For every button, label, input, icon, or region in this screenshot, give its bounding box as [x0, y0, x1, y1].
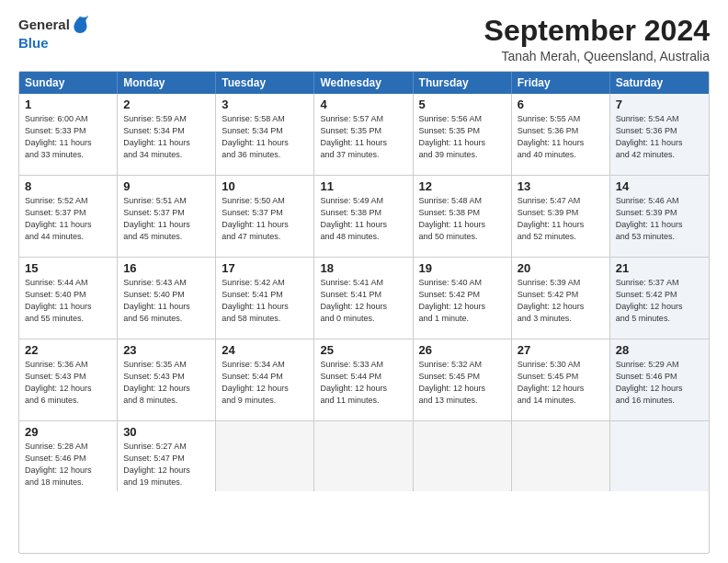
- cal-cell-28: 28Sunrise: 5:29 AMSunset: 5:46 PMDayligh…: [610, 339, 709, 420]
- cal-cell-15: 15Sunrise: 5:44 AMSunset: 5:40 PMDayligh…: [19, 258, 118, 339]
- calendar-page: General Blue September 2024 Tanah Merah,…: [0, 0, 728, 563]
- logo-blue: Blue: [18, 35, 49, 51]
- calendar-week-5: 29Sunrise: 5:28 AMSunset: 5:46 PMDayligh…: [19, 420, 709, 491]
- day-num: 4: [320, 98, 406, 111]
- logo: General Blue: [18, 15, 88, 52]
- cal-cell-14: 14Sunrise: 5:46 AMSunset: 5:39 PMDayligh…: [610, 176, 709, 257]
- day-num: 14: [616, 179, 703, 193]
- cal-cell-20: 20Sunrise: 5:39 AMSunset: 5:42 PMDayligh…: [512, 258, 610, 339]
- cal-cell-empty: [314, 421, 413, 491]
- cal-cell-27: 27Sunrise: 5:30 AMSunset: 5:45 PMDayligh…: [512, 339, 610, 420]
- day-num: 9: [123, 179, 210, 193]
- day-num: 3: [222, 98, 308, 111]
- cal-cell-7: 7Sunrise: 5:54 AMSunset: 5:36 PMDaylight…: [610, 94, 709, 175]
- cal-cell-18: 18Sunrise: 5:41 AMSunset: 5:41 PMDayligh…: [314, 258, 413, 339]
- day-num: 15: [25, 261, 111, 275]
- cal-cell-29: 29Sunrise: 5:28 AMSunset: 5:46 PMDayligh…: [19, 421, 118, 491]
- day-num: 30: [123, 425, 210, 439]
- header-friday: Friday: [512, 72, 610, 94]
- cal-cell-26: 26Sunrise: 5:32 AMSunset: 5:45 PMDayligh…: [414, 339, 512, 420]
- day-num: 7: [616, 98, 703, 111]
- cal-cell-13: 13Sunrise: 5:47 AMSunset: 5:39 PMDayligh…: [512, 176, 610, 257]
- day-num: 13: [518, 179, 604, 193]
- day-num: 8: [25, 179, 111, 193]
- calendar: Sunday Monday Tuesday Wednesday Thursday…: [18, 71, 710, 554]
- cal-cell-22: 22Sunrise: 5:36 AMSunset: 5:43 PMDayligh…: [19, 339, 118, 420]
- header-tuesday: Tuesday: [216, 72, 314, 94]
- day-num: 1: [25, 98, 111, 111]
- cal-cell-9: 9Sunrise: 5:51 AMSunset: 5:37 PMDaylight…: [118, 176, 216, 257]
- cal-cell-8: 8Sunrise: 5:52 AMSunset: 5:37 PMDaylight…: [19, 176, 118, 257]
- day-num: 5: [419, 98, 506, 111]
- day-num: 20: [518, 261, 604, 275]
- cal-cell-empty: [216, 421, 314, 491]
- cal-cell-5: 5Sunrise: 5:56 AMSunset: 5:35 PMDaylight…: [414, 94, 512, 175]
- calendar-header: Sunday Monday Tuesday Wednesday Thursday…: [19, 72, 709, 94]
- location-subtitle: Tanah Merah, Queensland, Australia: [484, 49, 710, 63]
- cal-cell-30: 30Sunrise: 5:27 AMSunset: 5:47 PMDayligh…: [118, 421, 216, 491]
- cal-cell-12: 12Sunrise: 5:48 AMSunset: 5:38 PMDayligh…: [414, 176, 512, 257]
- cal-cell-23: 23Sunrise: 5:35 AMSunset: 5:43 PMDayligh…: [118, 339, 216, 420]
- calendar-week-3: 15Sunrise: 5:44 AMSunset: 5:40 PMDayligh…: [19, 257, 709, 339]
- header: General Blue September 2024 Tanah Merah,…: [18, 15, 710, 63]
- cal-cell-3: 3Sunrise: 5:58 AMSunset: 5:34 PMDaylight…: [216, 94, 314, 175]
- cal-cell-21: 21Sunrise: 5:37 AMSunset: 5:42 PMDayligh…: [610, 258, 709, 339]
- cal-cell-1: 1Sunrise: 6:00 AMSunset: 5:33 PMDaylight…: [19, 94, 118, 175]
- header-monday: Monday: [118, 72, 216, 94]
- month-title: September 2024: [484, 15, 710, 47]
- logo-general: General: [18, 17, 70, 33]
- cal-cell-17: 17Sunrise: 5:42 AMSunset: 5:41 PMDayligh…: [216, 258, 314, 339]
- cal-cell-25: 25Sunrise: 5:33 AMSunset: 5:44 PMDayligh…: [314, 339, 413, 420]
- header-thursday: Thursday: [414, 72, 512, 94]
- cal-cell-6: 6Sunrise: 5:55 AMSunset: 5:36 PMDaylight…: [512, 94, 610, 175]
- day-num: 27: [518, 343, 604, 357]
- day-num: 24: [222, 343, 308, 357]
- day-num: 12: [419, 179, 506, 193]
- day-num: 10: [222, 179, 308, 193]
- day-num: 6: [518, 98, 604, 111]
- calendar-week-2: 8Sunrise: 5:52 AMSunset: 5:37 PMDaylight…: [19, 175, 709, 257]
- cal-cell-16: 16Sunrise: 5:43 AMSunset: 5:40 PMDayligh…: [118, 258, 216, 339]
- day-num: 19: [419, 261, 506, 275]
- cal-cell-11: 11Sunrise: 5:49 AMSunset: 5:38 PMDayligh…: [314, 176, 413, 257]
- logo-bird-icon: [72, 15, 88, 35]
- header-wednesday: Wednesday: [314, 72, 413, 94]
- cal-cell-empty: [610, 421, 709, 491]
- cal-cell-4: 4Sunrise: 5:57 AMSunset: 5:35 PMDaylight…: [314, 94, 413, 175]
- calendar-week-4: 22Sunrise: 5:36 AMSunset: 5:43 PMDayligh…: [19, 339, 709, 420]
- day-num: 18: [320, 261, 406, 275]
- cal-cell-19: 19Sunrise: 5:40 AMSunset: 5:42 PMDayligh…: [414, 258, 512, 339]
- day-num: 21: [616, 261, 703, 275]
- title-block: September 2024 Tanah Merah, Queensland, …: [484, 15, 710, 63]
- day-num: 29: [25, 425, 111, 439]
- cal-cell-empty: [414, 421, 512, 491]
- day-num: 16: [123, 261, 210, 275]
- header-sunday: Sunday: [19, 72, 118, 94]
- day-num: 17: [222, 261, 308, 275]
- day-num: 26: [419, 343, 506, 357]
- calendar-body: 1Sunrise: 6:00 AMSunset: 5:33 PMDaylight…: [19, 94, 709, 491]
- calendar-week-1: 1Sunrise: 6:00 AMSunset: 5:33 PMDaylight…: [19, 94, 709, 175]
- day-num: 28: [616, 343, 703, 357]
- cal-cell-24: 24Sunrise: 5:34 AMSunset: 5:44 PMDayligh…: [216, 339, 314, 420]
- day-num: 25: [320, 343, 406, 357]
- day-num: 23: [123, 343, 210, 357]
- cal-cell-empty: [512, 421, 610, 491]
- day-num: 11: [320, 179, 406, 193]
- cal-cell-10: 10Sunrise: 5:50 AMSunset: 5:37 PMDayligh…: [216, 176, 314, 257]
- cal-cell-2: 2Sunrise: 5:59 AMSunset: 5:34 PMDaylight…: [118, 94, 216, 175]
- header-saturday: Saturday: [610, 72, 709, 94]
- day-num: 22: [25, 343, 111, 357]
- day-num: 2: [123, 98, 210, 111]
